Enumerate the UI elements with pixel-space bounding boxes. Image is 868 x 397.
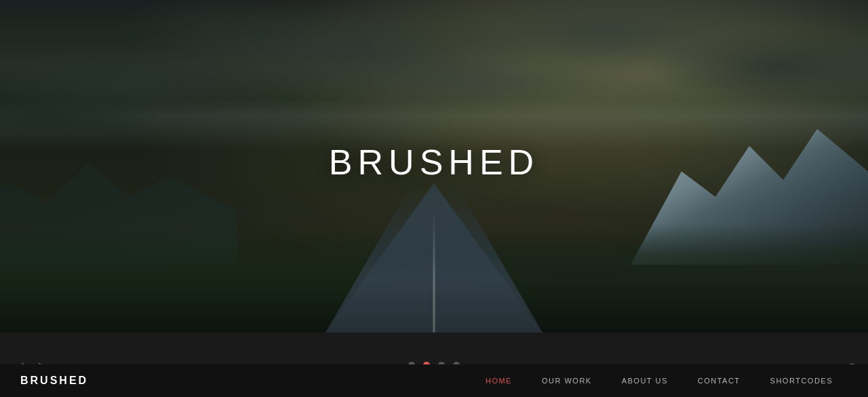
brand-logo: BRUSHED — [20, 375, 88, 387]
main-nav: HOME OUR WORK ABOUT US CONTACT SHORTCODE… — [471, 377, 848, 385]
nav-link-shortcodes[interactable]: SHORTCODES — [755, 377, 848, 385]
nav-link-about-us[interactable]: ABOUT US — [607, 377, 683, 385]
nav-link-home[interactable]: HOME — [471, 377, 527, 385]
footer-nav: BRUSHED HOME OUR WORK ABOUT US CONTACT S… — [0, 364, 868, 397]
nav-link-our-work[interactable]: OUR WORK — [527, 377, 607, 385]
hero-section: BRUSHED — [0, 0, 868, 333]
nav-link-contact[interactable]: CONTACT — [683, 377, 755, 385]
hero-overlay — [0, 278, 868, 333]
hero-title: BRUSHED — [329, 142, 539, 183]
